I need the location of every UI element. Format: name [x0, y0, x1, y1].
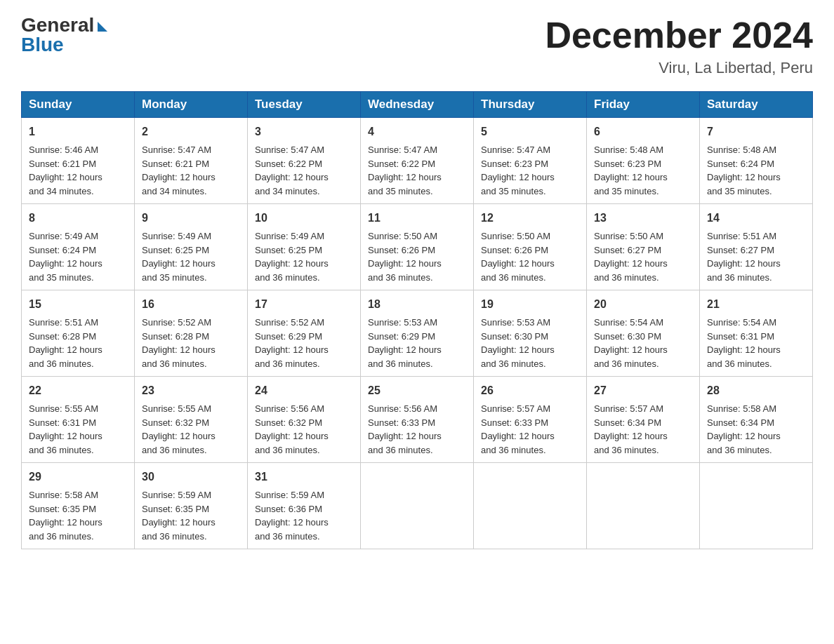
calendar-cell: 16Sunrise: 5:52 AM Sunset: 6:28 PM Dayli… [135, 290, 248, 377]
day-info: Sunrise: 5:47 AM Sunset: 6:22 PM Dayligh… [368, 145, 442, 196]
calendar-cell: 27Sunrise: 5:57 AM Sunset: 6:34 PM Dayli… [587, 377, 700, 463]
day-info: Sunrise: 5:53 AM Sunset: 6:30 PM Dayligh… [481, 317, 555, 369]
day-number: 11 [368, 210, 466, 227]
day-info: Sunrise: 5:48 AM Sunset: 6:23 PM Dayligh… [594, 145, 668, 196]
day-number: 3 [255, 123, 353, 140]
calendar-cell: 1Sunrise: 5:46 AM Sunset: 6:21 PM Daylig… [22, 118, 135, 204]
day-info: Sunrise: 5:58 AM Sunset: 6:35 PM Dayligh… [29, 490, 102, 542]
day-number: 14 [707, 210, 805, 227]
weekday-header-thursday: Thursday [474, 92, 587, 118]
calendar-cell: 29Sunrise: 5:58 AM Sunset: 6:35 PM Dayli… [22, 463, 135, 549]
day-number: 25 [368, 382, 466, 399]
day-number: 30 [142, 469, 240, 485]
calendar-cell: 6Sunrise: 5:48 AM Sunset: 6:23 PM Daylig… [587, 118, 700, 204]
day-number: 26 [481, 382, 579, 399]
day-number: 1 [29, 123, 127, 140]
day-info: Sunrise: 5:55 AM Sunset: 6:32 PM Dayligh… [142, 403, 216, 455]
page-header: General Blue December 2024 Viru, La Libe… [21, 14, 813, 77]
calendar-week-3: 15Sunrise: 5:51 AM Sunset: 6:28 PM Dayli… [22, 290, 813, 377]
calendar-cell [700, 463, 813, 549]
day-info: Sunrise: 5:59 AM Sunset: 6:36 PM Dayligh… [255, 490, 329, 542]
calendar-cell: 24Sunrise: 5:56 AM Sunset: 6:32 PM Dayli… [248, 377, 361, 463]
day-info: Sunrise: 5:56 AM Sunset: 6:33 PM Dayligh… [368, 403, 442, 455]
calendar-table: SundayMondayTuesdayWednesdayThursdayFrid… [21, 91, 813, 549]
calendar-header: SundayMondayTuesdayWednesdayThursdayFrid… [22, 92, 813, 118]
day-number: 29 [29, 469, 127, 485]
month-title: December 2024 [545, 14, 813, 56]
calendar-cell: 21Sunrise: 5:54 AM Sunset: 6:31 PM Dayli… [700, 290, 813, 377]
logo: General Blue [21, 14, 107, 56]
day-info: Sunrise: 5:51 AM Sunset: 6:28 PM Dayligh… [29, 317, 102, 369]
calendar-cell: 25Sunrise: 5:56 AM Sunset: 6:33 PM Dayli… [361, 377, 474, 463]
calendar-cell: 9Sunrise: 5:49 AM Sunset: 6:25 PM Daylig… [135, 204, 248, 290]
day-number: 21 [707, 296, 805, 313]
day-number: 31 [255, 469, 353, 485]
day-number: 19 [481, 296, 579, 313]
calendar-cell: 12Sunrise: 5:50 AM Sunset: 6:26 PM Dayli… [474, 204, 587, 290]
day-number: 27 [594, 382, 692, 399]
calendar-cell: 5Sunrise: 5:47 AM Sunset: 6:23 PM Daylig… [474, 118, 587, 204]
day-info: Sunrise: 5:54 AM Sunset: 6:31 PM Dayligh… [707, 317, 781, 369]
calendar-cell: 4Sunrise: 5:47 AM Sunset: 6:22 PM Daylig… [361, 118, 474, 204]
day-number: 5 [481, 123, 579, 140]
day-number: 22 [29, 382, 127, 399]
weekday-header-sunday: Sunday [22, 92, 135, 118]
logo-blue-text: Blue [21, 34, 64, 56]
calendar-cell: 20Sunrise: 5:54 AM Sunset: 6:30 PM Dayli… [587, 290, 700, 377]
calendar-cell: 11Sunrise: 5:50 AM Sunset: 6:26 PM Dayli… [361, 204, 474, 290]
day-number: 10 [255, 210, 353, 227]
day-info: Sunrise: 5:46 AM Sunset: 6:21 PM Dayligh… [29, 145, 102, 196]
day-info: Sunrise: 5:49 AM Sunset: 6:24 PM Dayligh… [29, 231, 102, 283]
weekday-header-saturday: Saturday [700, 92, 813, 118]
calendar-week-4: 22Sunrise: 5:55 AM Sunset: 6:31 PM Dayli… [22, 377, 813, 463]
day-info: Sunrise: 5:49 AM Sunset: 6:25 PM Dayligh… [142, 231, 216, 283]
day-number: 2 [142, 123, 240, 140]
day-number: 9 [142, 210, 240, 227]
calendar-cell: 31Sunrise: 5:59 AM Sunset: 6:36 PM Dayli… [248, 463, 361, 549]
day-number: 8 [29, 210, 127, 227]
calendar-cell: 15Sunrise: 5:51 AM Sunset: 6:28 PM Dayli… [22, 290, 135, 377]
day-number: 20 [594, 296, 692, 313]
day-info: Sunrise: 5:58 AM Sunset: 6:34 PM Dayligh… [707, 403, 781, 455]
calendar-cell: 18Sunrise: 5:53 AM Sunset: 6:29 PM Dayli… [361, 290, 474, 377]
calendar-cell [361, 463, 474, 549]
weekday-header-monday: Monday [135, 92, 248, 118]
logo-arrow-icon [98, 22, 107, 32]
day-info: Sunrise: 5:47 AM Sunset: 6:22 PM Dayligh… [255, 145, 329, 196]
calendar-cell: 14Sunrise: 5:51 AM Sunset: 6:27 PM Dayli… [700, 204, 813, 290]
day-info: Sunrise: 5:57 AM Sunset: 6:34 PM Dayligh… [594, 403, 668, 455]
calendar-cell: 30Sunrise: 5:59 AM Sunset: 6:35 PM Dayli… [135, 463, 248, 549]
calendar-cell: 13Sunrise: 5:50 AM Sunset: 6:27 PM Dayli… [587, 204, 700, 290]
day-number: 6 [594, 123, 692, 140]
day-number: 28 [707, 382, 805, 399]
day-info: Sunrise: 5:51 AM Sunset: 6:27 PM Dayligh… [707, 231, 781, 283]
day-info: Sunrise: 5:47 AM Sunset: 6:21 PM Dayligh… [142, 145, 216, 196]
day-number: 23 [142, 382, 240, 399]
day-number: 7 [707, 123, 805, 140]
day-info: Sunrise: 5:50 AM Sunset: 6:26 PM Dayligh… [481, 231, 555, 283]
day-number: 18 [368, 296, 466, 313]
day-info: Sunrise: 5:53 AM Sunset: 6:29 PM Dayligh… [368, 317, 442, 369]
calendar-cell: 10Sunrise: 5:49 AM Sunset: 6:25 PM Dayli… [248, 204, 361, 290]
day-info: Sunrise: 5:52 AM Sunset: 6:29 PM Dayligh… [255, 317, 329, 369]
day-number: 13 [594, 210, 692, 227]
weekday-header-friday: Friday [587, 92, 700, 118]
calendar-cell: 26Sunrise: 5:57 AM Sunset: 6:33 PM Dayli… [474, 377, 587, 463]
day-info: Sunrise: 5:50 AM Sunset: 6:27 PM Dayligh… [594, 231, 668, 283]
day-number: 24 [255, 382, 353, 399]
day-number: 15 [29, 296, 127, 313]
calendar-week-1: 1Sunrise: 5:46 AM Sunset: 6:21 PM Daylig… [22, 118, 813, 204]
day-number: 17 [255, 296, 353, 313]
day-info: Sunrise: 5:59 AM Sunset: 6:35 PM Dayligh… [142, 490, 216, 542]
calendar-body: 1Sunrise: 5:46 AM Sunset: 6:21 PM Daylig… [22, 118, 813, 549]
calendar-cell: 23Sunrise: 5:55 AM Sunset: 6:32 PM Dayli… [135, 377, 248, 463]
calendar-cell: 8Sunrise: 5:49 AM Sunset: 6:24 PM Daylig… [22, 204, 135, 290]
weekday-header-wednesday: Wednesday [361, 92, 474, 118]
day-info: Sunrise: 5:47 AM Sunset: 6:23 PM Dayligh… [481, 145, 555, 196]
calendar-cell: 7Sunrise: 5:48 AM Sunset: 6:24 PM Daylig… [700, 118, 813, 204]
calendar-cell: 3Sunrise: 5:47 AM Sunset: 6:22 PM Daylig… [248, 118, 361, 204]
title-section: December 2024 Viru, La Libertad, Peru [545, 14, 813, 77]
calendar-week-5: 29Sunrise: 5:58 AM Sunset: 6:35 PM Dayli… [22, 463, 813, 549]
weekday-row: SundayMondayTuesdayWednesdayThursdayFrid… [22, 92, 813, 118]
calendar-week-2: 8Sunrise: 5:49 AM Sunset: 6:24 PM Daylig… [22, 204, 813, 290]
